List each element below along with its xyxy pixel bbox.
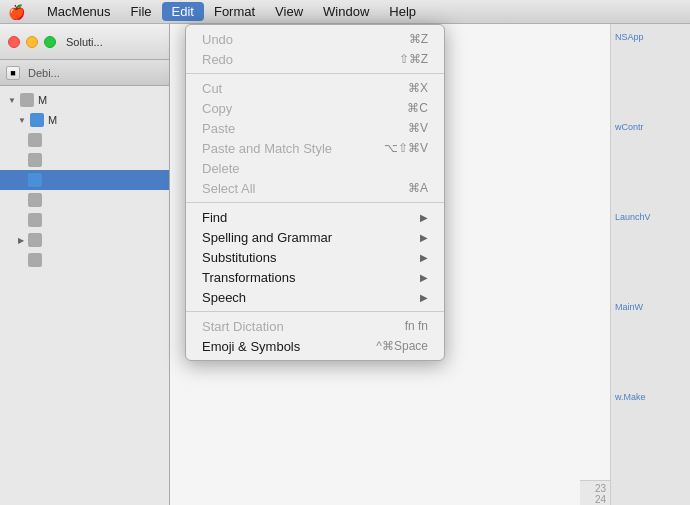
menu-item-transformations[interactable]: Transformations ▶ (186, 267, 444, 287)
menu-item-delete[interactable]: Delete (186, 158, 444, 178)
menu-item-speech[interactable]: Speech ▶ (186, 287, 444, 307)
sidebar: Soluti... ■ Debi... ▼ M ▼ M (0, 24, 170, 505)
menu-item-start-dictation[interactable]: Start Dictation fn fn (186, 316, 444, 336)
menu-item-undo-shortcut: ⌘Z (409, 32, 428, 46)
menu-item-start-dictation-shortcut: fn fn (405, 319, 428, 333)
submenu-arrow-find: ▶ (420, 212, 428, 223)
tree-item-5[interactable] (0, 190, 169, 210)
menu-item-emoji[interactable]: Emoji & Symbols ^⌘Space (186, 336, 444, 356)
tree-item-8[interactable] (0, 250, 169, 270)
tree-icon-3 (28, 153, 42, 167)
separator-2 (186, 202, 444, 203)
tree-item-3[interactable] (0, 150, 169, 170)
menu-item-delete-label: Delete (202, 161, 240, 176)
line-numbers: 23 24 (580, 480, 610, 505)
right-panel: NSApp wContr LaunchV MainW w.Make (610, 24, 690, 505)
tree-label-0: M (38, 94, 47, 106)
menu-item-start-dictation-label: Start Dictation (202, 319, 284, 334)
submenu-arrow-substitutions: ▶ (420, 252, 428, 263)
submenu-arrow-transformations: ▶ (420, 272, 428, 283)
menu-item-paste-match[interactable]: Paste and Match Style ⌥⇧⌘V (186, 138, 444, 158)
menubar-item-format[interactable]: Format (204, 2, 265, 21)
right-label-1: wContr (615, 122, 686, 132)
sidebar-titlebar: Soluti... (0, 24, 169, 60)
menu-item-spelling-label: Spelling and Grammar (202, 230, 332, 245)
separator-3 (186, 311, 444, 312)
tree-icon-0 (20, 93, 34, 107)
maximize-button[interactable] (44, 36, 56, 48)
edit-dropdown-menu: Undo ⌘Z Redo ⇧⌘Z Cut ⌘X Copy ⌘C Paste ⌘V… (185, 24, 445, 361)
submenu-arrow-spelling: ▶ (420, 232, 428, 243)
menu-item-undo[interactable]: Undo ⌘Z (186, 29, 444, 49)
menu-item-substitutions[interactable]: Substitutions ▶ (186, 247, 444, 267)
menu-item-paste-label: Paste (202, 121, 235, 136)
menubar-item-help[interactable]: Help (379, 2, 426, 21)
sidebar-tree: ▼ M ▼ M (0, 86, 169, 274)
tree-icon-7 (28, 233, 42, 247)
menu-item-emoji-label: Emoji & Symbols (202, 339, 300, 354)
tree-label-1: M (48, 114, 57, 126)
menu-item-copy[interactable]: Copy ⌘C (186, 98, 444, 118)
menu-item-emoji-shortcut: ^⌘Space (376, 339, 428, 353)
tree-icon-6 (28, 213, 42, 227)
menu-item-select-all-label: Select All (202, 181, 255, 196)
tree-arrow-1: ▼ (18, 116, 26, 125)
tree-icon-4 (28, 173, 42, 187)
menu-item-cut[interactable]: Cut ⌘X (186, 78, 444, 98)
line-number-23: 23 (584, 483, 606, 494)
tree-item-6[interactable] (0, 210, 169, 230)
right-label-4: w.Make (615, 392, 686, 402)
menu-item-find-label: Find (202, 210, 227, 225)
right-label-3: MainW (615, 302, 686, 312)
menubar-item-view[interactable]: View (265, 2, 313, 21)
toolbar-stop-button[interactable]: ■ (6, 66, 20, 80)
menu-item-copy-shortcut: ⌘C (407, 101, 428, 115)
menu-item-paste[interactable]: Paste ⌘V (186, 118, 444, 138)
menu-item-transformations-label: Transformations (202, 270, 295, 285)
menu-item-select-all[interactable]: Select All ⌘A (186, 178, 444, 198)
menu-item-speech-label: Speech (202, 290, 246, 305)
tree-item-4[interactable] (0, 170, 169, 190)
menu-item-redo-label: Redo (202, 52, 233, 67)
tree-item-2[interactable] (0, 130, 169, 150)
close-button[interactable] (8, 36, 20, 48)
menu-item-paste-shortcut: ⌘V (408, 121, 428, 135)
menu-item-paste-match-label: Paste and Match Style (202, 141, 332, 156)
menu-item-undo-label: Undo (202, 32, 233, 47)
menu-item-find[interactable]: Find ▶ (186, 207, 444, 227)
sidebar-toolbar: ■ Debi... (0, 60, 169, 86)
tree-item-1[interactable]: ▼ M (0, 110, 169, 130)
submenu-arrow-speech: ▶ (420, 292, 428, 303)
menu-item-cut-label: Cut (202, 81, 222, 96)
menubar-item-macmenus[interactable]: MacMenus (37, 2, 121, 21)
right-label-0: NSApp (615, 32, 686, 42)
menu-item-substitutions-label: Substitutions (202, 250, 276, 265)
menu-item-paste-match-shortcut: ⌥⇧⌘V (384, 141, 428, 155)
toolbar-label: Debi... (28, 67, 60, 79)
separator-1 (186, 73, 444, 74)
menubar-item-file[interactable]: File (121, 2, 162, 21)
right-label-2: LaunchV (615, 212, 686, 222)
menubar: 🍎 MacMenus File Edit Format View Window … (0, 0, 690, 24)
line-number-24: 24 (584, 494, 606, 505)
menu-item-copy-label: Copy (202, 101, 232, 116)
tree-icon-1 (30, 113, 44, 127)
tree-icon-5 (28, 193, 42, 207)
tree-arrow-7: ▶ (18, 236, 24, 245)
tree-item-0[interactable]: ▼ M (0, 90, 169, 110)
minimize-button[interactable] (26, 36, 38, 48)
tree-icon-2 (28, 133, 42, 147)
menubar-item-edit[interactable]: Edit (162, 2, 204, 21)
menu-item-redo[interactable]: Redo ⇧⌘Z (186, 49, 444, 69)
tree-item-7[interactable]: ▶ (0, 230, 169, 250)
menu-item-select-all-shortcut: ⌘A (408, 181, 428, 195)
menu-item-cut-shortcut: ⌘X (408, 81, 428, 95)
menu-item-redo-shortcut: ⇧⌘Z (399, 52, 428, 66)
tree-icon-8 (28, 253, 42, 267)
tree-arrow-0: ▼ (8, 96, 16, 105)
menu-item-spelling[interactable]: Spelling and Grammar ▶ (186, 227, 444, 247)
menubar-item-window[interactable]: Window (313, 2, 379, 21)
apple-menu-icon[interactable]: 🍎 (8, 4, 25, 20)
window-title: Soluti... (66, 36, 103, 48)
